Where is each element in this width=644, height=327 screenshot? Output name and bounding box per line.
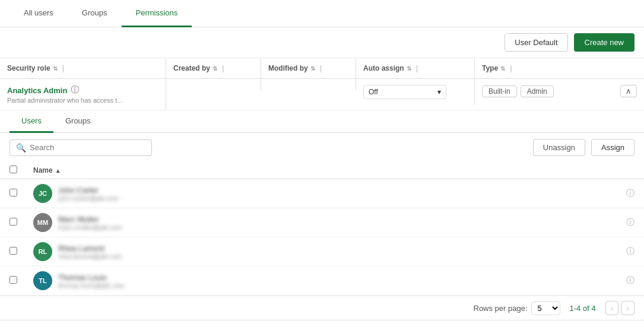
divider: | — [62, 64, 64, 72]
user-info: Marc Multer marc.multer@jab.com — [58, 215, 620, 231]
select-all-checkbox[interactable] — [9, 166, 17, 173]
users-table-header: Name ▲ — [0, 162, 644, 179]
search-box[interactable]: 🔍 — [9, 139, 152, 156]
row-checkbox[interactable] — [9, 247, 17, 255]
page-info: 1-4 of 4 — [570, 304, 596, 313]
col-type: Type ⇅ | — [475, 58, 644, 78]
user-default-button[interactable]: User Default — [505, 33, 567, 52]
user-info: John Carter john.carter@jab.com — [58, 186, 620, 202]
auto-assign-select[interactable]: Off ▾ — [363, 85, 446, 99]
col-modified-by: Modified by ⇅ | — [261, 58, 356, 78]
tab-groups[interactable]: Groups — [68, 0, 122, 27]
row-info-icon[interactable]: ⓘ — [626, 217, 635, 228]
role-name-cell: Analytics Admin ⓘ Partial administrator … — [0, 79, 166, 110]
table-footer: Rows per page: 5 10 25 1-4 of 4 ‹ › — [0, 296, 644, 320]
page-nav: ‹ › — [605, 301, 635, 315]
table-row: MM Marc Multer marc.multer@jab.com ⓘ — [0, 208, 644, 237]
row-checkbox[interactable] — [9, 276, 17, 284]
row-checkbox-cell — [9, 247, 27, 256]
table-row: RL Rhea Lamont rhea.lamont@jab.com ⓘ — [0, 237, 644, 266]
user-email: john.carter@jab.com — [58, 195, 620, 202]
create-new-button[interactable]: Create new — [574, 33, 635, 52]
user-name: Rhea Lamont — [58, 244, 620, 253]
unassign-button[interactable]: Unassign — [533, 139, 585, 156]
user-name: Thomas Louis — [58, 273, 620, 282]
inner-tabs: Users Groups — [0, 110, 644, 133]
role-name: Analytics Admin ⓘ — [7, 85, 158, 96]
row-info-icon[interactable]: ⓘ — [626, 275, 635, 286]
badge-admin: Admin — [521, 85, 554, 97]
type-cell: Built-in Admin ∧ — [475, 79, 644, 103]
user-email: thomas.louis@jab.com — [58, 282, 620, 289]
assign-button[interactable]: Assign — [591, 139, 635, 156]
sort-created-icon[interactable]: ⇅ — [212, 65, 217, 72]
top-tabs: All users Groups Permissions — [0, 0, 644, 27]
expanded-panel: Users Groups 🔍 Unassign Assign Name ▲ JC… — [0, 110, 644, 320]
user-email: marc.multer@jab.com — [58, 224, 620, 231]
table-row: TL Thomas Louis thomas.louis@jab.com ⓘ — [0, 266, 644, 296]
tab-all-users[interactable]: All users — [9, 0, 68, 27]
header-bar: User Default Create new — [0, 27, 644, 58]
role-row: Analytics Admin ⓘ Partial administrator … — [0, 79, 644, 110]
rows-per-page-select[interactable]: 5 10 25 — [531, 301, 560, 315]
row-checkbox-cell — [9, 189, 27, 198]
col-name-header: Name ▲ — [33, 166, 635, 174]
prev-page-button[interactable]: ‹ — [605, 301, 619, 315]
row-info-icon[interactable]: ⓘ — [626, 246, 635, 257]
avatar: MM — [33, 213, 52, 232]
expand-collapse-button[interactable]: ∧ — [620, 85, 637, 97]
next-page-button[interactable]: › — [621, 301, 635, 315]
role-desc: Partial administrator who has access t..… — [7, 97, 158, 104]
sort-modified-icon[interactable]: ⇅ — [310, 65, 315, 72]
divider: | — [510, 64, 512, 72]
avatar: JC — [33, 184, 52, 203]
avatar: TL — [33, 271, 52, 290]
modified-cell — [261, 79, 356, 91]
col-created-by: Created by ⇅ | — [166, 58, 261, 78]
row-checkbox-cell — [9, 276, 27, 285]
divider: | — [416, 64, 418, 72]
inner-tab-groups[interactable]: Groups — [53, 110, 103, 133]
inner-tab-users[interactable]: Users — [9, 110, 53, 133]
row-checkbox[interactable] — [9, 189, 17, 196]
avatar: RL — [33, 242, 52, 261]
table-header: Security role ⇅ | Created by ⇅ | Modifie… — [0, 58, 644, 79]
search-icon: 🔍 — [16, 143, 26, 153]
user-email: rhea.lamont@jab.com — [58, 253, 620, 260]
divider: | — [320, 64, 322, 72]
col-auto-assign: Auto assign ⇅ | — [356, 58, 475, 78]
header-checkbox-cell — [9, 166, 27, 175]
user-info: Rhea Lamont rhea.lamont@jab.com — [58, 244, 620, 260]
rows-per-page: Rows per page: 5 10 25 — [474, 301, 560, 315]
row-checkbox-cell — [9, 218, 27, 227]
badge-builtin: Built-in — [482, 85, 517, 97]
role-info-icon[interactable]: ⓘ — [71, 85, 79, 96]
user-rows-container: JC John Carter john.carter@jab.com ⓘ MM … — [0, 179, 644, 296]
dropdown-chevron-icon: ▾ — [437, 88, 441, 96]
sort-type-icon[interactable]: ⇅ — [500, 65, 505, 72]
row-info-icon[interactable]: ⓘ — [626, 188, 635, 199]
search-actions-bar: 🔍 Unassign Assign — [0, 133, 644, 162]
tab-permissions[interactable]: Permissions — [122, 0, 192, 27]
sort-name-icon[interactable]: ▲ — [55, 167, 61, 174]
table-row: JC John Carter john.carter@jab.com ⓘ — [0, 179, 644, 208]
created-cell — [166, 79, 261, 91]
divider: | — [222, 64, 224, 72]
user-name: Marc Multer — [58, 215, 620, 224]
sort-security-icon[interactable]: ⇅ — [53, 65, 58, 72]
sort-auto-icon[interactable]: ⇅ — [407, 65, 411, 72]
auto-assign-cell: Off ▾ — [356, 79, 475, 105]
user-name: John Carter — [58, 186, 620, 195]
search-input[interactable] — [30, 143, 145, 152]
row-checkbox[interactable] — [9, 218, 17, 226]
col-security-role: Security role ⇅ | — [0, 58, 166, 78]
user-info: Thomas Louis thomas.louis@jab.com — [58, 273, 620, 289]
